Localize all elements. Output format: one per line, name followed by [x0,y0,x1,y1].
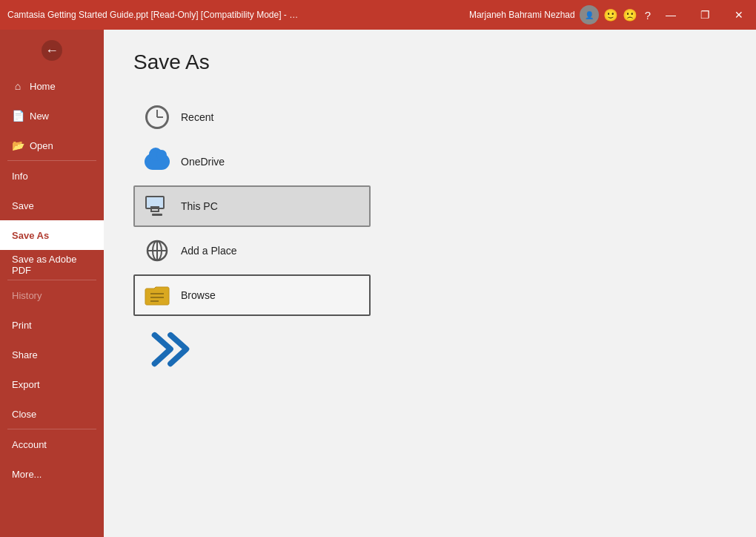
help-icon[interactable]: ? [645,9,651,22]
sidebar-item-home[interactable]: ⌂ Home [0,71,104,101]
chevron-arrows [148,331,726,371]
browse-icon [144,282,170,309]
sidebar-item-print[interactable]: Print [0,310,104,340]
location-list: Recent OneDrive [133,96,371,316]
sidebar-item-info[interactable]: Info [0,161,104,191]
sidebar-label-save-as: Save As [12,230,49,241]
thispc-icon [144,193,170,220]
sidebar-item-share[interactable]: Share [0,340,104,369]
maximize-button[interactable]: ❐ [688,0,722,30]
close-window-button[interactable]: ✕ [722,0,756,30]
pc-base-icon [152,214,162,216]
double-chevron-icon [148,331,193,368]
back-button[interactable]: ← [0,30,104,71]
sidebar: ← ⌂ Home 📄 New 📂 Open Info Save Save As … [0,30,104,537]
sidebar-label-new: New [30,111,49,122]
clock-icon [145,105,169,129]
onedrive-icon [144,148,170,175]
sidebar-item-save-adobe[interactable]: Save as Adobe PDF [0,250,104,280]
location-addplace[interactable]: Add a Place [133,230,371,271]
new-icon: 📄 [12,110,24,122]
sidebar-label-home: Home [30,81,56,92]
sidebar-label-close: Close [12,409,36,420]
sidebar-label-more: More... [12,469,42,480]
avatar-icon: 👤 [585,11,594,19]
sidebar-item-save[interactable]: Save [0,191,104,220]
minimize-button[interactable]: — [654,0,688,30]
location-thispc[interactable]: This PC [133,185,371,227]
location-onedrive-label: OneDrive [181,156,225,168]
sidebar-item-history: History [0,280,104,310]
cloud-icon [145,154,170,170]
addplace-icon [144,237,170,264]
sidebar-item-close[interactable]: Close [0,399,104,429]
avatar: 👤 [580,5,599,24]
open-icon: 📂 [12,139,24,151]
sad-icon[interactable]: 🙁 [623,8,637,22]
location-onedrive[interactable]: OneDrive [133,141,371,182]
sidebar-item-more[interactable]: More... [0,459,104,489]
titlebar-user: Marjaneh Bahrami Nezhad 👤 🙂 🙁 ? [469,5,654,24]
folder-icon [144,284,170,306]
sidebar-item-export[interactable]: Export [0,369,104,399]
monitor-icon [145,196,165,209]
content-area: Save As Recent OneDrive [104,30,756,537]
sidebar-item-account[interactable]: Account [0,429,104,459]
location-browse[interactable]: Browse [133,274,371,316]
sidebar-label-export: Export [12,379,40,390]
titlebar-title: Camtasia Getting Started Guide.ppt [Read… [7,10,304,20]
sidebar-item-new[interactable]: 📄 New [0,101,104,131]
sidebar-item-save-as[interactable]: Save As [0,220,104,250]
location-browse-label: Browse [181,289,216,301]
location-recent[interactable]: Recent [133,96,371,138]
page-title: Save As [133,50,726,74]
sidebar-label-account: Account [12,439,47,450]
sidebar-item-open[interactable]: 📂 Open [0,131,104,160]
recent-icon [144,104,170,131]
titlebar: Camtasia Getting Started Guide.ppt [Read… [0,0,756,30]
app-body: ← ⌂ Home 📄 New 📂 Open Info Save Save As … [0,30,756,537]
location-thispc-label: This PC [181,200,218,212]
sidebar-label-print: Print [12,320,32,331]
content-inner: Save As Recent OneDrive [104,30,756,537]
sidebar-label-open: Open [30,140,53,151]
pc-icon [145,196,169,217]
location-addplace-label: Add a Place [181,245,237,257]
sidebar-label-history: History [12,290,42,301]
location-recent-label: Recent [181,111,213,123]
back-arrow-icon: ← [42,40,62,61]
titlebar-controls: — ❐ ✕ [654,0,756,30]
titlebar-left: Camtasia Getting Started Guide.ppt [Read… [7,10,469,20]
sidebar-label-share: Share [12,349,38,360]
globe-plus-icon [145,239,169,263]
sidebar-label-save: Save [12,200,34,211]
smiley-icon[interactable]: 🙂 [603,8,618,22]
sidebar-label-save-adobe: Save as Adobe PDF [12,254,92,276]
sidebar-label-info: Info [12,171,28,182]
home-icon: ⌂ [12,80,24,92]
user-name: Marjaneh Bahrami Nezhad [469,10,575,20]
